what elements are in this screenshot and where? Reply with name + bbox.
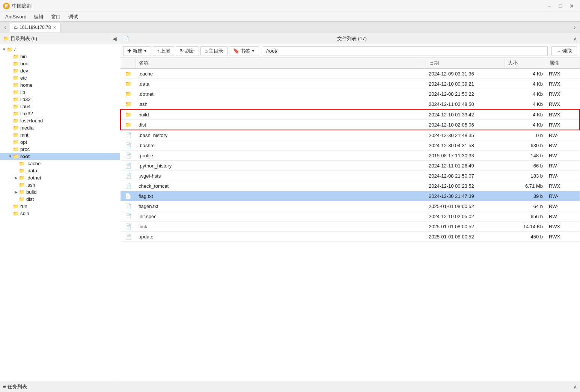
file-icon: 📄 (125, 173, 131, 179)
file-attr: RW- (546, 140, 580, 151)
tree-item-sbin[interactable]: 📁 sbin (0, 210, 120, 217)
tab-nav-left[interactable]: ‹ (2, 23, 9, 32)
table-row[interactable]: 📄lock2025-01-01 08:00:5214.14 KbRWX (121, 222, 580, 232)
table-row[interactable]: 📄.bashrc2024-12-30 04:31:58630 bRW- (121, 140, 580, 151)
tree-item-media[interactable]: 📁 media (0, 124, 120, 131)
tree-item-opt[interactable]: 📁 opt (0, 139, 120, 146)
folder-icon-root-dir: 📁 (13, 154, 19, 159)
tree-item-etc[interactable]: 📁 etc (0, 74, 120, 81)
table-row[interactable]: 📄check_tomcat2024-12-10 00:23:526.71 MbR… (121, 181, 580, 191)
file-name-label: .ssh (139, 101, 148, 107)
tree-item-dev[interactable]: 📁 dev (0, 67, 120, 74)
tree-item-data[interactable]: 📁 .data (0, 167, 120, 174)
folder-icon-libx32: 📁 (13, 111, 19, 116)
file-panel-expand-button[interactable]: ∧ (573, 36, 577, 42)
home-button[interactable]: ⌂ 主目录 (200, 46, 227, 56)
table-header-row: 名称 日期 大小 属性 (121, 58, 580, 69)
tree-item-home[interactable]: 📁 home (0, 81, 120, 89)
file-toolbar: ✚ 新建 ▼ ↑ 上层 ↻ 刷新 ⌂ 主目录 🔖 (120, 44, 580, 58)
refresh-label: 刷新 (185, 48, 195, 54)
table-row[interactable]: 📄.bash_history2024-12-30 21:48:350 bRW- (121, 130, 580, 140)
tree-item-boot[interactable]: 📁 boot (0, 60, 120, 67)
folder-icon: 📁 (125, 112, 131, 118)
path-input[interactable] (263, 46, 548, 56)
tree-item-lib64[interactable]: 📁 lib64 (0, 103, 120, 110)
table-row[interactable]: 📁.dotnet2024-12-08 21:50:224 KbRWX (121, 89, 580, 99)
tree-item-lib32[interactable]: 📁 lib32 (0, 96, 120, 103)
menu-debug[interactable]: 调试 (65, 13, 82, 21)
read-button[interactable]: → 读取 (551, 46, 577, 56)
file-size: 0 b (505, 130, 546, 140)
task-list-expand-button[interactable]: ∧ (573, 384, 577, 390)
tab-nav-right[interactable]: › (571, 23, 578, 32)
file-name-label: check_tomcat (139, 183, 169, 189)
tree-label-media: media (20, 125, 33, 131)
tree-item-proc[interactable]: 📁 proc (0, 146, 120, 153)
table-row[interactable]: 📄.wget-hsts2024-12-08 21:50:07183 bRW- (121, 171, 580, 181)
new-button[interactable]: ✚ 新建 ▼ (123, 46, 151, 56)
expand-icon-dotnet[interactable]: ▶ (14, 176, 19, 180)
tree-item-dist[interactable]: 📁 dist (0, 196, 120, 203)
table-row[interactable]: 📁dist2024-12-10 02:05:064 KbRWX (121, 120, 580, 130)
table-row[interactable]: 📁build2024-12-10 01:33:424 KbRWX (121, 109, 580, 120)
expand-icon-build[interactable]: ▶ (14, 190, 19, 194)
table-row[interactable]: 📄update2025-01-01 08:00:52450 bRWX (121, 232, 580, 242)
tree-label-boot: boot (20, 61, 30, 66)
tree-label-lostfound: lost+found (20, 118, 43, 124)
folder-icon-run: 📁 (13, 204, 19, 209)
maximize-button[interactable]: □ (555, 2, 566, 11)
col-attr-header[interactable]: 属性 (546, 58, 580, 69)
table-row[interactable]: 📄.profile2015-08-17 11:30:33148 bRW- (121, 151, 580, 161)
panel-collapse-button[interactable]: ◀ (113, 36, 117, 42)
tree-item-mnt[interactable]: 📁 mnt (0, 131, 120, 139)
file-panel-header: 📄 文件列表 (17) ∧ (120, 33, 580, 44)
menu-window[interactable]: 窗口 (47, 13, 65, 21)
col-size-header[interactable]: 大小 (505, 58, 546, 69)
new-dropdown-arrow[interactable]: ▼ (143, 49, 147, 53)
tree-item-bin[interactable]: 📁 bin (0, 53, 120, 60)
tab-close-icon[interactable]: ✕ (53, 25, 56, 30)
tree-label-dev: dev (20, 68, 28, 74)
table-row[interactable]: 📄flag.txt2024-12-30 21:47:3939 bRW- (121, 191, 580, 201)
tree-item-root-dir[interactable]: ▼ 📁 root (0, 153, 120, 160)
folder-icon: 📁 (125, 91, 131, 97)
folder-icon-lib: 📁 (13, 89, 19, 95)
tree-item-cache[interactable]: 📁 .cache (0, 160, 120, 167)
tree-item-build[interactable]: ▶ 📁 build (0, 188, 120, 196)
read-arrow-icon: → (556, 48, 561, 54)
col-date-header[interactable]: 日期 (426, 58, 505, 69)
close-button[interactable]: ✕ (566, 2, 577, 11)
table-row[interactable]: 📄init.spec2024-12-10 02:05:02656 bRW- (121, 211, 580, 222)
bookmark-label: 书签 (240, 48, 250, 54)
table-row[interactable]: 📁.ssh2024-12-11 02:48:504 KbRWX (121, 99, 580, 110)
tree-item-lostfound[interactable]: 📁 lost+found (0, 117, 120, 124)
tree-item-root[interactable]: ▼ 📁 / (0, 46, 120, 53)
table-row[interactable]: 📄flagen.txt2025-01-01 08:00:5264 bRW- (121, 201, 580, 211)
menu-antsword[interactable]: AntSword (2, 13, 30, 20)
tree-item-libx32[interactable]: 📁 libx32 (0, 110, 120, 117)
expand-icon-root[interactable]: ▼ (2, 47, 7, 51)
folder-icon: 📁 (125, 122, 131, 128)
tree-item-run[interactable]: 📁 run (0, 203, 120, 210)
folder-icon-mnt: 📁 (13, 132, 19, 138)
file-date: 2025-01-01 08:00:52 (426, 201, 505, 211)
table-row[interactable]: 📁.data2024-12-10 00:39:214 KbRWX (121, 79, 580, 89)
bookmark-dropdown-arrow[interactable]: ▼ (251, 49, 255, 53)
tree-item-ssh[interactable]: 📁 .ssh (0, 181, 120, 188)
tree-item-lib[interactable]: 📁 lib (0, 89, 120, 96)
tab-connection[interactable]: 🗂 161.189.170.78 ✕ (10, 23, 60, 32)
col-name-header[interactable]: 名称 (136, 58, 426, 69)
up-button[interactable]: ↑ 上层 (153, 46, 175, 56)
minimize-button[interactable]: ─ (544, 2, 554, 11)
table-row[interactable]: 📄.python_history2024-12-11 01:26:4966 bR… (121, 161, 580, 171)
menu-edit[interactable]: 编辑 (30, 13, 47, 21)
expand-icon-root-dir[interactable]: ▼ (8, 154, 13, 158)
file-attr: RWX (546, 222, 580, 232)
bookmark-button[interactable]: 🔖 书签 ▼ (229, 46, 259, 56)
tree-item-dotnet[interactable]: ▶ 📁 .dotnet (0, 174, 120, 181)
refresh-button[interactable]: ↻ 刷新 (176, 46, 199, 56)
table-row[interactable]: 📁.cache2024-12-09 03:31:364 KbRWX (121, 69, 580, 79)
expand-placeholder-data (14, 169, 19, 173)
col-icon-header (121, 58, 136, 69)
file-attr: RW- (546, 151, 580, 161)
